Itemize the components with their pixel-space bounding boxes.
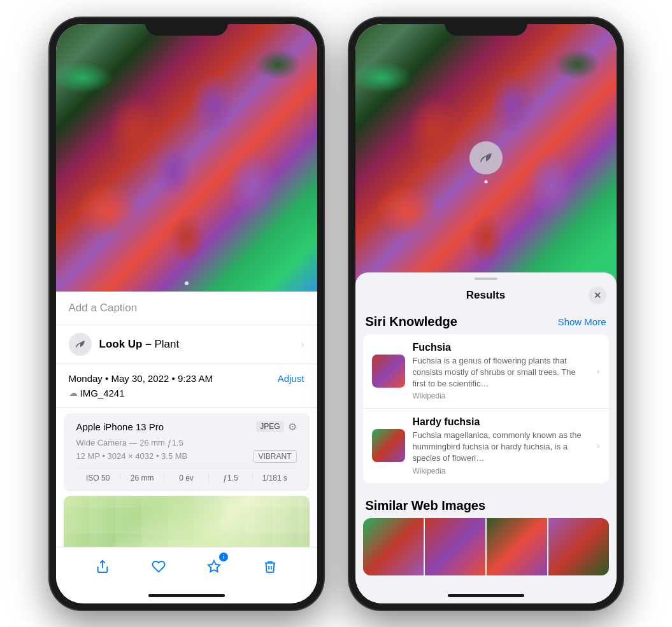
siri-knowledge-section: Siri Knowledge Show More Fuchsia Fuchsia… <box>355 309 617 488</box>
leaf-icon <box>74 338 87 351</box>
knowledge-item-fuchsia[interactable]: Fuchsia Fuchsia is a genus of flowering … <box>363 334 609 409</box>
adjust-button[interactable]: Adjust <box>278 373 304 384</box>
hardy-thumbnail <box>372 429 405 462</box>
leaf-lookup-icon <box>478 150 494 166</box>
results-header: Results ✕ <box>355 280 617 309</box>
hardy-description: Fuchsia magellanica, commonly known as t… <box>413 430 587 465</box>
sparkle-icon <box>207 560 221 574</box>
results-title: Results <box>383 289 589 302</box>
jpeg-badge: JPEG <box>256 421 283 432</box>
hardy-content: Hardy fuchsia Fuchsia magellanica, commo… <box>413 416 587 476</box>
share-button[interactable] <box>90 554 115 579</box>
fuchsia-thumbnail <box>372 355 405 388</box>
knowledge-item-hardy[interactable]: Hardy fuchsia Fuchsia magellanica, commo… <box>363 409 609 483</box>
date-text: Monday • May 30, 2022 • 9:23 AM <box>69 373 213 384</box>
camera-model: Apple iPhone 13 Pro <box>76 421 164 432</box>
lookup-chevron: › <box>301 339 304 349</box>
heart-icon <box>152 560 166 574</box>
right-phone: Results ✕ Siri Knowledge Show More <box>349 18 623 610</box>
shutter-value: 1/181 s <box>253 474 296 483</box>
hardy-chevron: › <box>597 440 600 451</box>
notch <box>145 18 228 36</box>
info-section: Monday • May 30, 2022 • 9:23 AM Adjust ☁… <box>56 364 317 408</box>
home-indicator-left <box>148 594 225 597</box>
vibrant-badge: VIBRANT <box>253 450 296 463</box>
fuchsia-thumb-image <box>372 355 405 388</box>
gear-icon[interactable]: ⚙ <box>288 421 297 433</box>
date-row: Monday • May 30, 2022 • 9:23 AM Adjust <box>69 373 304 384</box>
similar-image-2[interactable] <box>425 518 485 575</box>
delete-button[interactable] <box>257 554 283 579</box>
right-screen: Results ✕ Siri Knowledge Show More <box>355 24 617 603</box>
exif-row: ISO 50 26 mm 0 ev ƒ1.5 1/181 s <box>76 468 297 483</box>
fuchsia-name: Fuchsia <box>413 342 587 353</box>
lookup-icon <box>69 333 92 356</box>
flower-photo-right[interactable] <box>355 24 617 292</box>
format-controls: JPEG ⚙ <box>256 421 296 433</box>
lookup-label: Look Up – Plant <box>99 338 180 351</box>
favorite-button[interactable] <box>146 554 171 579</box>
similar-images-row <box>363 518 609 575</box>
left-phone: Add a Caption Look Up – Plant › Monday •… <box>50 18 324 610</box>
similar-image-1[interactable] <box>363 518 424 575</box>
lookup-connector-dot <box>484 180 487 183</box>
close-button[interactable]: ✕ <box>589 286 606 304</box>
fuchsia-content: Fuchsia Fuchsia is a genus of flowering … <box>413 342 587 401</box>
flower-photo-left[interactable] <box>56 24 317 292</box>
info-button[interactable]: i <box>201 554 227 579</box>
info-badge: i <box>219 553 228 561</box>
hardy-name: Hardy fuchsia <box>413 416 587 428</box>
similar-image-3[interactable] <box>487 518 547 575</box>
caption-area[interactable]: Add a Caption <box>56 292 317 325</box>
svg-marker-1 <box>208 560 220 571</box>
fuchsia-source: Wikipedia <box>413 391 587 400</box>
siri-header: Siri Knowledge Show More <box>363 309 609 334</box>
share-icon <box>96 560 110 574</box>
camera-section: Apple iPhone 13 Pro JPEG ⚙ Wide Camera —… <box>64 413 310 491</box>
focal-value: 26 mm <box>120 474 164 483</box>
location-row: ☁ IMG_4241 <box>69 388 304 398</box>
ev-value: 0 ev <box>164 474 208 483</box>
results-panel: Results ✕ Siri Knowledge Show More <box>355 272 617 603</box>
notch-right <box>445 18 527 36</box>
trash-icon <box>263 560 277 574</box>
cloud-icon: ☁ <box>69 388 78 398</box>
visual-lookup-button[interactable] <box>469 141 503 174</box>
toolbar-left: i <box>56 547 317 586</box>
lens-info: Wide Camera — 26 mm ƒ1.5 <box>76 438 297 447</box>
caption-placeholder[interactable]: Add a Caption <box>69 302 138 314</box>
similar-section: Similar Web Images <box>355 488 617 575</box>
camera-header: Apple iPhone 13 Pro JPEG ⚙ <box>76 421 297 433</box>
similar-image-4[interactable] <box>548 518 609 575</box>
knowledge-card: Fuchsia Fuchsia is a genus of flowering … <box>363 334 609 483</box>
similar-title: Similar Web Images <box>363 493 609 518</box>
page-indicator <box>185 281 189 285</box>
show-more-button[interactable]: Show More <box>558 316 606 327</box>
lookup-row[interactable]: Look Up – Plant › <box>56 325 317 364</box>
fuchsia-description: Fuchsia is a genus of flowering plants t… <box>413 355 587 390</box>
siri-knowledge-title: Siri Knowledge <box>366 314 457 329</box>
iso-value: ISO 50 <box>76 474 120 483</box>
home-indicator-right <box>448 594 524 597</box>
hardy-source: Wikipedia <box>413 467 587 476</box>
fuchsia-chevron: › <box>597 366 600 376</box>
resolution-text: 12 MP • 3024 × 4032 • 3.5 MB <box>76 451 188 461</box>
vibrant-row: 12 MP • 3024 × 4032 • 3.5 MB VIBRANT <box>76 450 297 463</box>
left-screen: Add a Caption Look Up – Plant › Monday •… <box>56 24 317 603</box>
aperture-value: ƒ1.5 <box>209 474 253 483</box>
filename-text: IMG_4241 <box>80 388 125 398</box>
hardy-thumb-image <box>372 429 405 462</box>
